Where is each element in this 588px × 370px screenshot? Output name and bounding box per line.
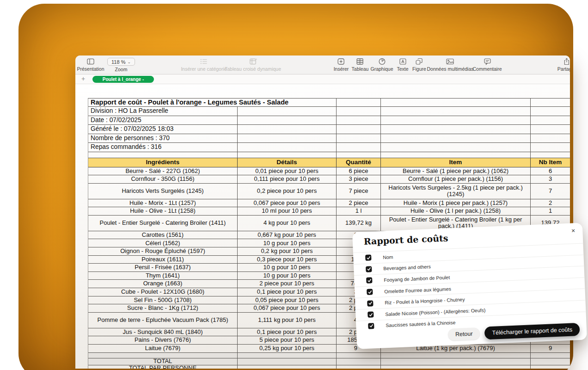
cell-details: 0,067 piece pour 10 pers [238, 199, 337, 208]
cell-ingredient: Cube - Poulet - 12X10G (1680) [88, 288, 238, 296]
checkbox-checked-icon[interactable] [368, 323, 374, 329]
cell-nbitem: 2 [531, 199, 570, 208]
table-row[interactable]: Huile - Morix - 1Lt (1257)0,067 piece po… [88, 199, 570, 208]
share-icon [563, 58, 570, 65]
info-text: Date : 07/02/2025 [88, 116, 238, 125]
col-header-item: Item [381, 158, 531, 167]
info-row: Division : HO La Passerelle [88, 107, 570, 116]
cell-details: 0,667 kg pour 10 pers [238, 231, 337, 240]
insert-label: Insérer [334, 66, 349, 72]
close-icon[interactable]: × [571, 227, 576, 234]
cell-nbitem: 9 [531, 345, 570, 353]
zoom-value-pill[interactable]: 118 % ⌄ [107, 58, 135, 66]
cell-ingredient: Pomme de terre - Epluchée Vacuum Pack (1… [88, 313, 238, 328]
chart-button[interactable]: Graphique [370, 58, 393, 72]
col-header-nbitem: Nb Item [531, 158, 570, 167]
insert-plus-icon [337, 58, 345, 65]
checkbox-checked-icon[interactable] [366, 278, 373, 284]
cell-ingredient: Thym (1641) [88, 272, 238, 280]
cell-details: 0,3 piece pour 10 pers [238, 256, 337, 264]
cell-ingredient: Sucre - Blanc - 1Kg (1712) [88, 304, 238, 313]
col-header-quantity: Quantité [337, 158, 381, 167]
option-label: Nom [383, 254, 393, 260]
table-button[interactable]: Tableau [352, 58, 369, 72]
add-sheet-button[interactable]: + [79, 75, 87, 82]
checkbox-checked-icon[interactable] [365, 255, 372, 261]
table-row[interactable]: Beurre - Salé - 227G (1062)0,01 piece po… [88, 167, 570, 176]
media-button[interactable]: Données multimédias [427, 58, 474, 72]
text-button[interactable]: Texte [397, 58, 408, 72]
share-label: Partager [557, 66, 570, 72]
option-label: Saucisses sautees à la Chinoise [386, 320, 456, 328]
table-row[interactable]: Laitue (7679)0,25 kg pour 10 pers9Laitue… [88, 345, 570, 353]
zoom-control[interactable]: 118 % ⌄ Zoom [107, 58, 135, 72]
presentation-button[interactable]: Présentation [77, 58, 104, 72]
dialog-option-list: NomBeverages and othersFooyang de Jambon… [353, 243, 587, 332]
table-row[interactable]: Cornflour - 350G (1156)0,111 piece pour … [88, 175, 570, 184]
report-title-row: Rapport de coût - Poulet à l'orange - Le… [88, 99, 570, 107]
report-title: Rapport de coût - Poulet à l'orange - Le… [88, 99, 337, 107]
insert-button[interactable]: Insérer [334, 58, 349, 72]
option-label: Fooyang de Jambon de Poulet [384, 274, 450, 283]
cell-details: 1,111 kg pour 10 pers [238, 313, 337, 328]
presentation-label: Présentation [77, 66, 104, 72]
checkbox-checked-icon[interactable] [368, 312, 374, 318]
cell-nbitem: 3 [531, 175, 570, 184]
cell-details: 0,1 piece pour 10 pers [238, 288, 337, 296]
cell-details: 0,25 kg pour 10 pers [238, 345, 337, 353]
cell-quantity: 7 piece [337, 184, 381, 199]
toolbar: Présentation 118 % ⌄ Zoom Insérer une ca… [75, 56, 570, 74]
cell-details: 5 piece pour 10 pers [238, 336, 337, 345]
cell-ingredient: Laitue (7679) [88, 345, 238, 353]
share-button[interactable]: Partager [557, 58, 570, 72]
category-list-icon [200, 58, 208, 65]
text-label: Texte [397, 66, 408, 72]
info-row: Nombre de personnes : 370 [88, 134, 570, 143]
shape-button[interactable]: Figure [412, 58, 426, 72]
zoom-label: Zoom [115, 67, 128, 72]
comment-bubble-icon [484, 58, 491, 65]
sheet-tabbar: + Poulet à l_orange - [75, 74, 570, 84]
back-button[interactable]: Retour [447, 327, 480, 341]
pivot-table-label: Tableau croisé dynamique [225, 66, 281, 72]
cell-ingredient: Persil - Frisée (1637) [88, 264, 238, 272]
sheet-tab-poulet[interactable]: Poulet à l_orange - [92, 76, 154, 83]
table-row[interactable]: Huile - Olive - 1Lt (1258)10 ml pour 10 … [88, 207, 570, 216]
cell-quantity: 139,72 kg [337, 216, 381, 231]
zoom-value: 118 % [111, 59, 125, 65]
shape-label: Figure [412, 66, 426, 72]
insert-category-label: Insérer une catégorie [181, 66, 227, 72]
cell-details: 10 g pour 10 pers [238, 239, 337, 247]
cell-ingredient: Céleri (1562) [88, 239, 238, 247]
cell-details: 10 ml pour 10 pers [238, 207, 337, 216]
checkbox-checked-icon[interactable] [366, 266, 372, 272]
cost-report-dialog: Rapport de coûts × NomBeverages and othe… [352, 223, 587, 349]
screenshot-stage: Présentation 118 % ⌄ Zoom Insérer une ca… [0, 0, 588, 370]
checkbox-checked-icon[interactable] [367, 300, 374, 307]
cell-details: 0,067 piece pour 10 pers [238, 304, 337, 313]
table-grid-icon [356, 58, 364, 65]
cell-ingredient: Oignon - Rouge Épluché (1597) [88, 247, 238, 256]
cell-item: Haricots Verts Surgeles - 2.5kg (1 piece… [381, 184, 531, 199]
chart-label: Graphique [370, 66, 393, 72]
checkbox-checked-icon[interactable] [367, 289, 373, 295]
cell-ingredient: Haricots Verts Surgelés (1245) [88, 184, 238, 199]
total-per-person-row: TOTAL PAR PERSONNE [88, 365, 570, 369]
shapes-icon [415, 58, 423, 65]
info-text: Nombre de personnes : 370 [88, 134, 238, 143]
cell-details: 0,2 kg pour 10 pers [238, 247, 337, 256]
total-per-person-label: TOTAL PAR PERSONNE [88, 365, 238, 369]
col-header-details: Détails [238, 158, 337, 167]
cell-details: 0,1 piece pour 10 pers [238, 328, 337, 337]
info-text: Repas commandés : 316 [88, 143, 238, 152]
info-row: Repas commandés : 316 [88, 143, 570, 152]
info-row: Date : 07/02/2025 [88, 116, 570, 125]
table-label: Tableau [352, 66, 369, 72]
cell-item: Huile - Olive (1 l per pack.) (1258) [381, 207, 531, 216]
table-row[interactable]: Haricots Verts Surgelés (1245)0,2 piece … [88, 184, 570, 199]
comment-button[interactable]: Commentaire [472, 58, 502, 72]
pivot-table-button: Tableau croisé dynamique [225, 58, 281, 72]
cell-ingredient: Beurre - Salé - 227G (1062) [88, 167, 238, 176]
media-image-icon [446, 58, 454, 65]
cell-nbitem: 1 [531, 207, 570, 216]
